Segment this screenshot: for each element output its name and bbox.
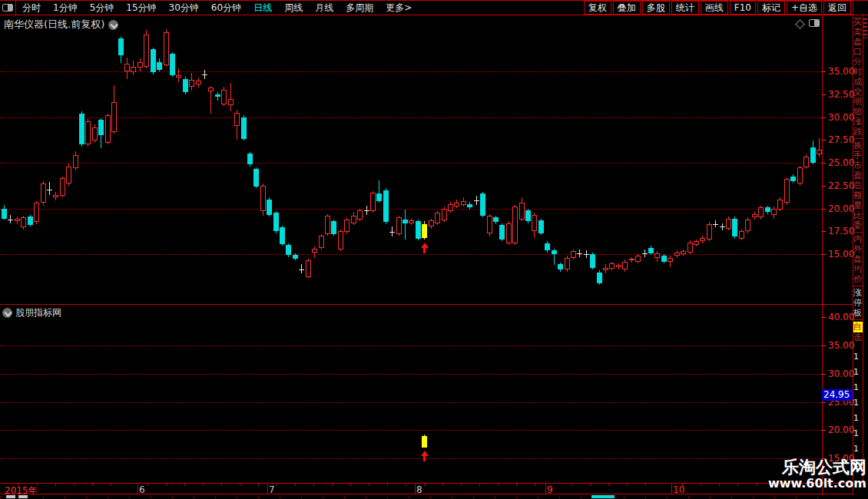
candle [661, 256, 667, 261]
period-item-15分钟[interactable]: 15分钟 [120, 1, 162, 15]
action-button-多股[interactable]: 多股 [642, 1, 670, 15]
minor-tick [535, 484, 535, 486]
month-label-8: 8 [416, 484, 422, 495]
candle [597, 273, 602, 283]
period-item-分时[interactable]: 分时 [16, 1, 47, 15]
split-pane-icon[interactable] [809, 19, 820, 27]
action-button-F10[interactable]: F10 [730, 1, 756, 15]
doji-candle [364, 210, 369, 211]
split-pane-icon [2, 4, 13, 12]
candle [2, 209, 7, 219]
candle [493, 217, 499, 222]
candle [435, 213, 440, 223]
minor-tick [240, 484, 240, 486]
period-item-更多>[interactable]: 更多> [379, 1, 418, 15]
clipped-text-fragment [6, 495, 15, 498]
period-item-30分钟[interactable]: 30分钟 [163, 1, 205, 15]
minor-tick [74, 484, 75, 486]
chevron-down-circle-icon[interactable] [2, 308, 12, 318]
axis-tick [822, 254, 826, 255]
action-button-返回[interactable]: 返回 [823, 1, 851, 15]
window-layout-button[interactable] [0, 1, 16, 15]
clipped-char: 盈 [853, 170, 863, 180]
bottom-clipped-bar [0, 495, 868, 499]
action-button-+自选[interactable]: +自选 [787, 1, 822, 15]
doji-candle [202, 74, 207, 75]
month-tick [671, 484, 672, 494]
action-button-复权[interactable]: 复权 [584, 1, 611, 15]
action-button-画线[interactable]: 画线 [701, 1, 728, 15]
period-item-60分钟[interactable]: 60分钟 [205, 1, 247, 15]
period-item-1分钟[interactable]: 1分钟 [47, 1, 84, 15]
candle [777, 200, 783, 210]
period-item-周线[interactable]: 周线 [278, 1, 309, 15]
axis-tick [822, 186, 826, 187]
chart-header[interactable]: 南华仪器(日线.前复权) [4, 18, 118, 31]
price-label: 17.50 [828, 226, 854, 236]
period-menu: 分时1分钟5分钟15分钟30分钟60分钟日线周线月线多周期更多> [16, 1, 418, 15]
action-button-叠加[interactable]: 叠加 [613, 1, 641, 15]
doji-candle [720, 226, 725, 227]
clipped-char: 委 [853, 220, 863, 230]
candle [189, 80, 194, 88]
axis-tick [822, 94, 826, 95]
clipped-char: 明 [853, 97, 863, 107]
period-item-5分钟[interactable]: 5分钟 [84, 1, 121, 15]
price-label: 30.00 [828, 112, 854, 123]
axis-tick [822, 317, 826, 318]
candle [409, 220, 414, 223]
clipped-char: 口 [853, 47, 863, 57]
diamond-icon[interactable] [797, 21, 803, 28]
candle [66, 167, 71, 184]
main-chart-panel[interactable] [0, 15, 822, 304]
gridline-sub [0, 402, 822, 403]
candle [745, 220, 750, 231]
clipped-char: 量 [853, 200, 863, 210]
candle [487, 216, 492, 233]
watermark-url: www.60lt.com [697, 477, 866, 491]
candle [280, 227, 285, 243]
right-clipped-panel: 买卖盘口分时成交明细涨跌换手市盈总额量比委内外盘均价涨停板自选11111111 [853, 17, 863, 497]
period-item-多周期[interactable]: 多周期 [340, 1, 379, 15]
candle [758, 207, 764, 217]
signal-candle [422, 436, 427, 448]
candle [319, 236, 324, 247]
candle [312, 249, 317, 253]
clipped-digit: 1 [853, 352, 863, 367]
buy-signal-arrow-stem [423, 248, 426, 253]
chevron-down-circle-icon[interactable] [108, 20, 118, 30]
price-label: 35.00 [828, 66, 854, 77]
candle [752, 214, 757, 218]
clipped-digit: 1 [853, 444, 863, 459]
top-toolbar: 分时1分钟5分钟15分钟30分钟60分钟日线周线月线多周期更多> 复权叠加多股统… [0, 0, 868, 15]
indicator-panel[interactable]: 股朋指标网 [0, 304, 822, 483]
clipped-digit: 1 [853, 367, 863, 382]
candle [53, 195, 58, 198]
candle [590, 254, 595, 268]
indicator-header[interactable]: 股朋指标网 [2, 306, 61, 319]
candle-wick [230, 83, 231, 111]
candle [164, 32, 169, 65]
action-button-统计[interactable]: 统计 [671, 1, 699, 15]
strip-selected-tab[interactable]: 自 [853, 322, 863, 332]
candle [215, 94, 220, 97]
candle [111, 102, 117, 131]
period-item-日线[interactable]: 日线 [247, 1, 278, 15]
gridline-main [0, 71, 822, 72]
candle [629, 259, 634, 260]
price-label: 15.00 [828, 249, 854, 259]
candle [338, 231, 343, 250]
clipped-char: 停 [853, 298, 863, 308]
candle [41, 183, 46, 203]
gridline-main [0, 163, 822, 164]
candle [442, 209, 447, 220]
clipped-char: 外 [853, 244, 863, 254]
price-label: 25.00 [828, 157, 854, 168]
candle [79, 114, 84, 144]
clipped-char: 卖 [853, 27, 863, 37]
watermark: 乐淘公式网 www.60lt.com [697, 458, 866, 491]
action-button-标记[interactable]: 标记 [757, 1, 785, 15]
candle [260, 186, 266, 211]
period-item-月线[interactable]: 月线 [309, 1, 340, 15]
candle [461, 201, 466, 205]
